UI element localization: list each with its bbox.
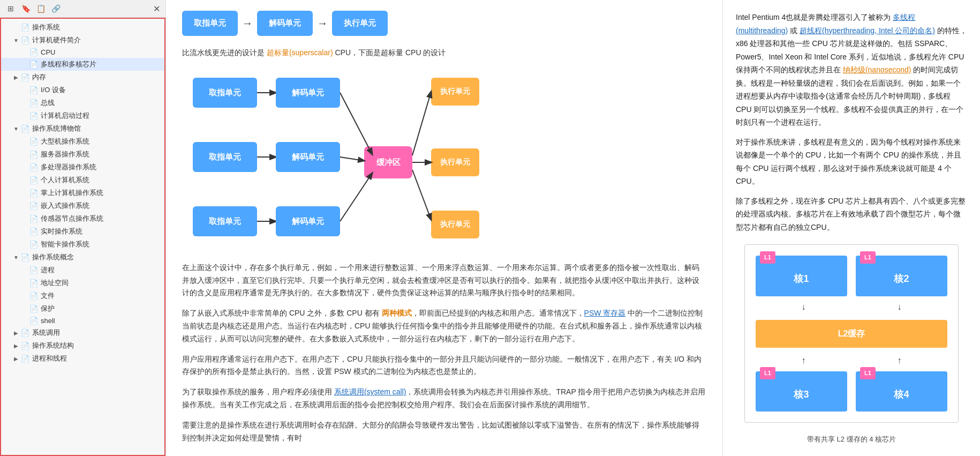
sidebar-item-bo-wu-guan[interactable]: ▼ 📄 操作系统博物馆 bbox=[1, 122, 164, 135]
svg-line-26 bbox=[412, 92, 431, 155]
sidebar-item-shell[interactable]: 📄 shell bbox=[1, 315, 164, 326]
right-para-2: 对于操作系统来讲，多线程是有意义的，因为每个线程对操作系统来说都像是一个单个的 … bbox=[736, 136, 967, 188]
sidebar-item-label: 操作系统概念 bbox=[32, 252, 164, 262]
core-grid-bottom: L1 核3 L1 核4 bbox=[756, 371, 947, 412]
sidebar-item-label: 计算机硬件简介 bbox=[32, 35, 164, 45]
sidebar-item-label: 掌上计算机操作系统 bbox=[41, 188, 164, 198]
sidebar-bookmark-icon[interactable]: 🔖 bbox=[20, 3, 31, 14]
sidebar-item-label: I/O 设备 bbox=[41, 85, 164, 95]
sidebar-item-ge-ren[interactable]: 📄 个人计算机系统 bbox=[1, 174, 164, 186]
doc-icon: 📄 bbox=[29, 163, 39, 171]
l2-cache-box: L2缓存 bbox=[756, 320, 947, 348]
superscalar-highlight: 超标量(superscalar) bbox=[267, 48, 333, 57]
sidebar-expand-icon[interactable]: ⊞ bbox=[5, 3, 16, 14]
doc-icon: 📄 bbox=[29, 189, 39, 197]
doc-icon: 📄 bbox=[29, 215, 39, 223]
core-diagram-caption: 带有共享 L2 缓存的 4 核芯片 bbox=[736, 433, 967, 446]
core-3-cell: L1 核3 bbox=[756, 371, 847, 412]
hyperthreading-link[interactable]: 超线程(hyperthreading, Intel 公司的命名) bbox=[800, 26, 935, 35]
svg-text:执行单元: 执行单元 bbox=[440, 158, 470, 166]
sidebar-item-nei-cun[interactable]: ▶ 📄 内存 bbox=[1, 71, 164, 84]
sidebar-item-label: 多处理器操作系统 bbox=[41, 162, 164, 172]
l2-row: L2缓存 bbox=[756, 320, 947, 348]
sidebar-item-label: 多线程和多核芯片 bbox=[41, 59, 164, 69]
sidebar-item-qian-ru[interactable]: 📄 嵌入式操作系统 bbox=[1, 199, 164, 212]
sidebar-item-jin-cheng-xian-cheng[interactable]: ▶ 📄 进程和线程 bbox=[1, 352, 164, 365]
sidebar: ⊞ 🔖 📋 🔗 ✕ 📄 操作系统 ▼ 📄 计算机硬件简介 📄 CPU 📄 bbox=[0, 0, 166, 456]
label-suffix: CPU，下面是超标量 CPU 的设计 bbox=[335, 48, 446, 57]
sidebar-item-bao-hu[interactable]: 📄 保护 bbox=[1, 302, 164, 315]
superscalar-diagram: 取指单元 解码单元 取指单元 解码单元 取指单元 解码单元 缓冲区 bbox=[182, 67, 706, 251]
sidebar-item-wen-jian[interactable]: 📄 文件 bbox=[1, 289, 164, 302]
sidebar-item-label: 操作系统结构 bbox=[32, 341, 164, 350]
qu-zhi-box: 取指单元 bbox=[182, 11, 238, 36]
nanosecond-link[interactable]: 纳秒级(nanosecond) bbox=[843, 65, 911, 74]
sidebar-item-cao-zuo-xi-tong[interactable]: 📄 操作系统 bbox=[1, 21, 164, 34]
para-3: 用户应用程序通常运行在用户态下。在用户态下，CPU 只能执行指令集中的一部分并且… bbox=[182, 353, 706, 379]
doc-icon: 📄 bbox=[29, 61, 39, 69]
zhi-xing-box: 执行单元 bbox=[332, 11, 388, 36]
superscalar-label: 比流水线更先进的设计是 超标量(superscalar) CPU，下面是超标量 … bbox=[182, 47, 706, 59]
sidebar-item-shi-shi[interactable]: 📄 实时操作系统 bbox=[1, 225, 164, 238]
sidebar-item-gai-nian[interactable]: ▼ 📄 操作系统概念 bbox=[1, 251, 164, 264]
sidebar-item-label: 操作系统 bbox=[32, 23, 164, 32]
l1-badge-1: L1 bbox=[760, 251, 775, 264]
sidebar-item-label: 嵌入式操作系统 bbox=[41, 201, 164, 211]
sidebar-item-label: 系统调用 bbox=[32, 328, 164, 338]
sidebar-item-zhang-shang[interactable]: 📄 掌上计算机操作系统 bbox=[1, 186, 164, 199]
psw-link[interactable]: PSW 寄存器 bbox=[584, 309, 626, 317]
para-5: 需要注意的是操作系统在进行系统调用时会存在陷阱。大部分的陷阱会导致硬件发出警告，… bbox=[182, 419, 706, 445]
sidebar-item-zong-xian[interactable]: 📄 总线 bbox=[1, 96, 164, 109]
sidebar-item-xi-tong-diao-yong[interactable]: ▶ 📄 系统调用 bbox=[1, 326, 164, 339]
core-4-cell: L1 核4 bbox=[856, 371, 947, 412]
para-4: 为了获取操作系统的服务，用户程序必须使用 系统调用(system call)，系… bbox=[182, 386, 706, 412]
sidebar-toolbar: ⊞ 🔖 📋 🔗 bbox=[5, 3, 61, 14]
pipeline-arrow-1: → bbox=[242, 17, 253, 29]
doc-icon: 📄 bbox=[29, 202, 39, 210]
sidebar-tree: 📄 操作系统 ▼ 📄 计算机硬件简介 📄 CPU 📄 多线程和多核芯片 ▶ 📄 … bbox=[0, 18, 165, 456]
sidebar-item-duo-xian-cheng[interactable]: 📄 多线程和多核芯片 bbox=[1, 58, 164, 71]
sidebar-link-icon[interactable]: 🔗 bbox=[50, 3, 61, 14]
doc-icon: 📄 bbox=[29, 241, 39, 249]
pipeline-row: 取指单元 → 解码单元 → 执行单元 bbox=[182, 11, 706, 36]
system-call-link[interactable]: 系统调用(system call) bbox=[334, 387, 406, 396]
doc-icon: 📄 bbox=[20, 342, 30, 350]
sidebar-item-jin-cheng[interactable]: 📄 进程 bbox=[1, 264, 164, 276]
expand-arrow: ▶ bbox=[12, 356, 20, 362]
sidebar-item-cpu[interactable]: 📄 CPU bbox=[1, 47, 164, 58]
sidebar-item-label: shell bbox=[41, 317, 164, 325]
sidebar-copy-icon[interactable]: 📋 bbox=[35, 3, 46, 14]
sidebar-item-jie-gou[interactable]: ▶ 📄 操作系统结构 bbox=[1, 339, 164, 352]
svg-text:缓冲区: 缓冲区 bbox=[376, 158, 401, 167]
doc-icon: 📄 bbox=[29, 279, 39, 287]
sidebar-item-chuan-gan-qi[interactable]: 📄 传感器节点操作系统 bbox=[1, 212, 164, 225]
svg-text:取指单元: 取指单元 bbox=[209, 152, 241, 161]
core-2-cell: L1 核2 bbox=[856, 256, 947, 296]
sidebar-item-duo-chu-li-qi[interactable]: 📄 多处理器操作系统 bbox=[1, 161, 164, 174]
l1-badge-4: L1 bbox=[860, 367, 876, 379]
sidebar-item-qi-dong[interactable]: 📄 计算机启动过程 bbox=[1, 109, 164, 122]
sidebar-header: ⊞ 🔖 📋 🔗 ✕ bbox=[0, 0, 165, 18]
sidebar-item-label: 进程和线程 bbox=[32, 354, 164, 363]
sidebar-item-da-xing[interactable]: 📄 大型机操作系统 bbox=[1, 135, 164, 148]
two-mode-highlight: 两种模式 bbox=[382, 309, 412, 317]
sidebar-item-di-zhi[interactable]: 📄 地址空间 bbox=[1, 276, 164, 289]
sidebar-item-ji-suan-ji[interactable]: ▼ 📄 计算机硬件简介 bbox=[1, 34, 164, 47]
sidebar-item-label: 文件 bbox=[41, 291, 164, 301]
sidebar-close-button[interactable]: ✕ bbox=[153, 4, 160, 14]
sidebar-item-fu-wu-qi[interactable]: 📄 服务器操作系统 bbox=[1, 148, 164, 161]
core-grid: L1 核1 L1 核2 bbox=[756, 256, 947, 296]
doc-icon: 📄 bbox=[20, 355, 30, 363]
right-para-1: Intel Pentium 4也就是奔腾处理器引入了被称为 多线程(multit… bbox=[736, 11, 967, 129]
l1-badge-3: L1 bbox=[760, 367, 775, 379]
doc-icon: 📄 bbox=[29, 112, 39, 120]
svg-text:执行单元: 执行单元 bbox=[440, 220, 470, 228]
sidebar-item-io[interactable]: 📄 I/O 设备 bbox=[1, 84, 164, 96]
sidebar-item-zhi-neng-ka[interactable]: 📄 智能卡操作系统 bbox=[1, 238, 164, 251]
doc-icon: 📄 bbox=[20, 73, 30, 81]
expand-arrow: ▶ bbox=[12, 343, 20, 349]
right-panel: Intel Pentium 4也就是奔腾处理器引入了被称为 多线程(multit… bbox=[723, 0, 980, 456]
sidebar-item-label: 服务器操作系统 bbox=[41, 149, 164, 159]
sidebar-item-label: 操作系统博物馆 bbox=[32, 124, 164, 133]
l1-badge-2: L1 bbox=[860, 251, 876, 264]
